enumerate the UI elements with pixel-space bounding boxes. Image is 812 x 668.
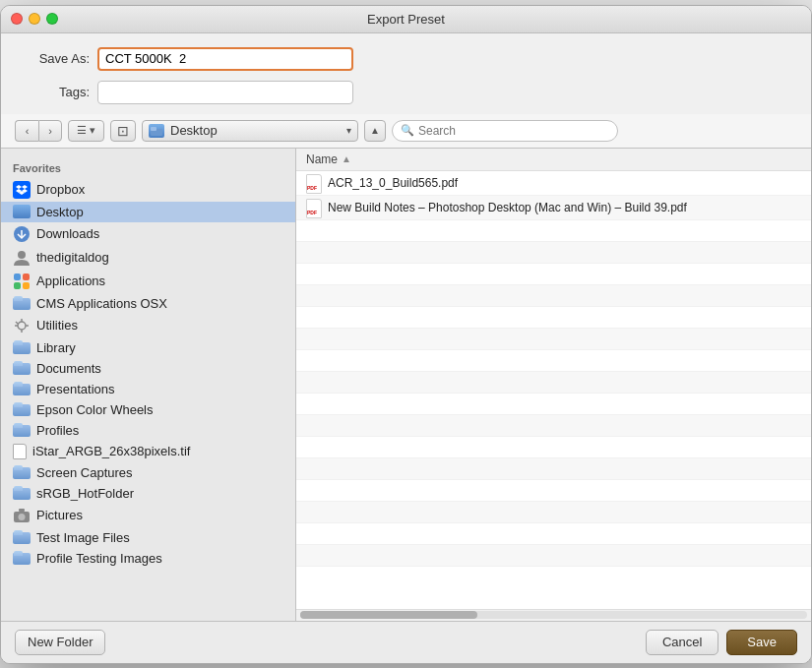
sidebar-item-epson-color-wheels[interactable]: Epson Color Wheels (1, 399, 295, 420)
back-button[interactable]: ‹ (15, 120, 38, 142)
folder-icon (13, 296, 31, 310)
table-row-empty (296, 523, 811, 545)
sidebar-item-applications[interactable]: Applications (1, 270, 295, 293)
applications-icon (13, 273, 31, 290)
sidebar-item-test-image-files[interactable]: Test Image Files (1, 527, 295, 548)
table-row-empty (296, 502, 811, 523)
forward-button[interactable]: › (38, 120, 62, 142)
content-area: Favorites Dropbox Desktop (1, 149, 811, 621)
sidebar-item-thedigitaldog[interactable]: thedigitaldog (1, 246, 295, 270)
location-dropdown[interactable]: Desktop ▾ (142, 120, 358, 142)
table-row-empty (296, 372, 811, 394)
name-column-header[interactable]: Name ▲ (306, 152, 801, 166)
folder-icon (13, 486, 31, 500)
table-row-empty (296, 480, 811, 502)
view-options-button[interactable]: ☰ ▾ (68, 120, 104, 142)
svg-point-20 (19, 514, 26, 520)
window-title: Export Preset (367, 12, 445, 27)
collapse-button[interactable]: ▲ (364, 120, 386, 142)
scrollbar-track (300, 611, 807, 619)
downloads-icon (13, 225, 31, 243)
folder-icon (13, 423, 31, 437)
file-icon (13, 444, 27, 459)
sidebar-item-label: CMS Applications OSX (36, 296, 167, 311)
sidebar-item-screen-captures[interactable]: Screen Captures (1, 462, 295, 483)
user-icon (13, 249, 31, 267)
sidebar: Favorites Dropbox Desktop (1, 149, 296, 621)
horizontal-scrollbar[interactable] (296, 609, 811, 621)
save-as-row: Save As: (1, 33, 811, 77)
scrollbar-thumb[interactable] (300, 611, 477, 619)
minimize-button[interactable] (29, 13, 40, 25)
tags-input[interactable] (97, 81, 353, 104)
favorites-header: Favorites (1, 154, 295, 178)
action-buttons: Cancel Save (646, 630, 797, 655)
table-row-empty (296, 394, 811, 415)
save-as-input[interactable] (97, 47, 353, 71)
chevron-up-icon: ▲ (370, 125, 380, 136)
sidebar-item-cms-applications-osx[interactable]: CMS Applications OSX (1, 293, 295, 314)
sidebar-item-presentations[interactable]: Presentations (1, 379, 295, 399)
dropdown-arrow-icon: ▾ (346, 125, 351, 136)
folder-icon (13, 530, 31, 544)
new-folder-toolbar-button[interactable]: ⊡ (110, 120, 136, 142)
sidebar-item-istar-argb[interactable]: iStar_ARGB_26x38pixels.tif (1, 441, 295, 462)
sidebar-item-library[interactable]: Library (1, 337, 295, 358)
table-row-empty (296, 264, 811, 285)
cancel-button[interactable]: Cancel (646, 630, 718, 655)
svg-point-14 (18, 322, 26, 330)
folder-icon (13, 382, 31, 395)
table-row-empty (296, 545, 811, 567)
save-button[interactable]: Save (726, 630, 797, 655)
sidebar-item-label: sRGB_HotFolder (36, 486, 134, 501)
folder-icon (13, 551, 31, 565)
dropbox-icon (13, 181, 31, 199)
table-row[interactable]: ACR_13_0_Build565.pdf (296, 171, 811, 196)
table-row-empty (296, 307, 811, 329)
close-button[interactable] (11, 13, 23, 25)
sidebar-item-dropbox[interactable]: Dropbox (1, 178, 295, 202)
view-icon: ☰ (77, 124, 87, 137)
sidebar-item-desktop[interactable]: Desktop (1, 202, 295, 222)
new-folder-button[interactable]: New Folder (15, 630, 105, 655)
sidebar-item-label: Desktop (36, 205, 84, 219)
name-column-label: Name (306, 152, 338, 166)
table-row[interactable]: New Build Notes – Photoshop Desktop (Mac… (296, 196, 811, 220)
location-folder-icon (149, 124, 164, 138)
bottom-bar: New Folder Cancel Save (1, 621, 811, 663)
svg-marker-3 (22, 185, 28, 189)
sidebar-item-pictures[interactable]: Pictures (1, 504, 295, 527)
svg-rect-21 (19, 509, 25, 512)
sidebar-item-profiles[interactable]: Profiles (1, 420, 295, 441)
sidebar-item-profile-testing-images[interactable]: Profile Testing Images (1, 548, 295, 569)
search-input[interactable] (418, 124, 609, 138)
title-bar: Export Preset (1, 6, 811, 33)
file-name: New Build Notes – Photoshop Desktop (Mac… (328, 201, 687, 214)
file-name: ACR_13_0_Build565.pdf (328, 176, 458, 190)
sidebar-item-label: Applications (36, 273, 105, 288)
camera-icon (13, 507, 31, 524)
toolbar: ‹ › ☰ ▾ ⊡ Desktop ▾ ▲ 🔍 (1, 114, 811, 149)
sidebar-item-documents[interactable]: Documents (1, 358, 295, 379)
utilities-icon (13, 317, 31, 334)
sidebar-item-label: Downloads (36, 226, 99, 241)
pdf-icon (306, 199, 322, 216)
tags-label: Tags: (21, 85, 90, 99)
export-preset-window: Export Preset Save As: Tags: ‹ › ☰ ▾ ⊡ (0, 5, 812, 664)
table-row-empty (296, 458, 811, 480)
folder-icon (13, 402, 31, 416)
svg-rect-12 (14, 282, 21, 289)
maximize-button[interactable] (46, 13, 58, 25)
folder-icon (13, 361, 31, 375)
sidebar-item-label: Dropbox (36, 182, 85, 197)
table-row-empty (296, 220, 811, 242)
svg-rect-10 (14, 273, 21, 280)
table-row-empty (296, 329, 811, 350)
search-icon: 🔍 (401, 124, 414, 137)
sidebar-item-label: Test Image Files (36, 530, 130, 545)
table-row-empty (296, 285, 811, 307)
sidebar-item-srgb-hotfolder[interactable]: sRGB_HotFolder (1, 483, 295, 504)
folder-icon (13, 340, 31, 354)
sidebar-item-downloads[interactable]: Downloads (1, 222, 295, 246)
sidebar-item-utilities[interactable]: Utilities (1, 314, 295, 337)
